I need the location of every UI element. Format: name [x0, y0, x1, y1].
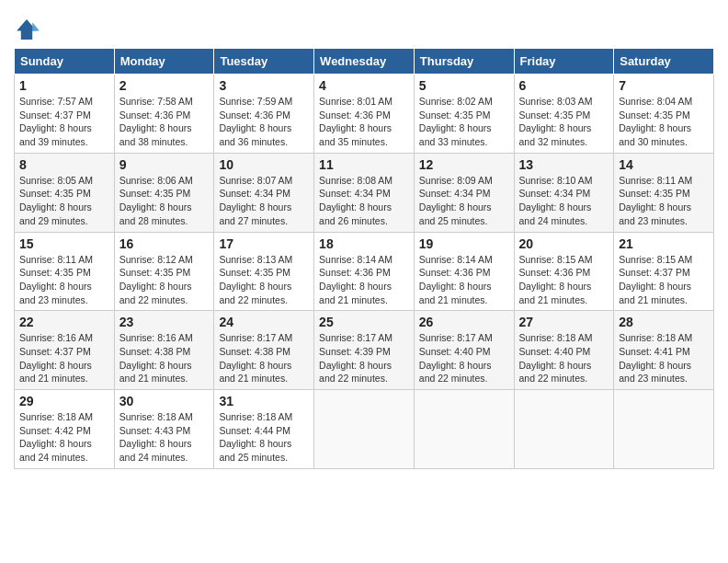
sunset-label: Sunset: 4:35 PM	[419, 109, 491, 121]
day-info: Sunrise: 8:04 AM Sunset: 4:35 PM Dayligh…	[619, 95, 709, 149]
calendar-cell: 11 Sunrise: 8:08 AM Sunset: 4:34 PM Dayl…	[314, 153, 415, 232]
day-info: Sunrise: 8:06 AM Sunset: 4:35 PM Dayligh…	[119, 174, 210, 228]
day-number: 26	[419, 315, 509, 329]
sunrise-label: Sunrise: 7:57 AM	[19, 96, 93, 107]
calendar-cell	[514, 390, 614, 469]
day-info: Sunrise: 8:13 AM Sunset: 4:35 PM Dayligh…	[219, 253, 309, 307]
header-cell-sunday: Sunday	[15, 49, 115, 75]
sunrise-label: Sunrise: 8:18 AM	[19, 411, 93, 422]
day-number: 21	[619, 236, 709, 251]
day-info: Sunrise: 8:14 AM Sunset: 4:36 PM Dayligh…	[319, 253, 409, 307]
sunset-label: Sunset: 4:35 PM	[19, 267, 91, 278]
day-info: Sunrise: 8:15 AM Sunset: 4:37 PM Dayligh…	[619, 253, 709, 307]
sunset-label: Sunset: 4:36 PM	[419, 267, 491, 278]
daylight-label: Daylight: 8 hours and 22 minutes.	[319, 360, 392, 385]
day-number: 11	[319, 157, 409, 172]
sunset-label: Sunset: 4:40 PM	[419, 346, 491, 357]
day-number: 30	[119, 394, 210, 408]
day-info: Sunrise: 8:11 AM Sunset: 4:35 PM Dayligh…	[19, 253, 109, 307]
day-info: Sunrise: 8:03 AM Sunset: 4:35 PM Dayligh…	[519, 95, 609, 149]
svg-marker-1	[32, 22, 40, 30]
sunrise-label: Sunrise: 8:16 AM	[119, 332, 193, 343]
sunrise-label: Sunrise: 8:11 AM	[619, 175, 692, 186]
calendar-body: 1 Sunrise: 7:57 AM Sunset: 4:37 PM Dayli…	[15, 75, 714, 469]
sunrise-label: Sunrise: 8:14 AM	[419, 254, 493, 265]
daylight-label: Daylight: 8 hours and 24 minutes.	[19, 438, 92, 463]
day-number: 3	[219, 78, 309, 93]
daylight-label: Daylight: 8 hours and 21 minutes.	[219, 360, 291, 385]
sunset-label: Sunset: 4:42 PM	[19, 425, 91, 436]
sunrise-label: Sunrise: 8:02 AM	[419, 96, 493, 107]
calendar-cell: 7 Sunrise: 8:04 AM Sunset: 4:35 PM Dayli…	[614, 75, 714, 154]
daylight-label: Daylight: 8 hours and 28 minutes.	[119, 201, 192, 226]
calendar-cell: 2 Sunrise: 7:58 AM Sunset: 4:36 PM Dayli…	[114, 75, 214, 154]
daylight-label: Daylight: 8 hours and 21 minutes.	[319, 281, 392, 305]
sunrise-label: Sunrise: 8:13 AM	[219, 254, 292, 265]
header-cell-friday: Friday	[514, 49, 614, 75]
calendar-cell: 14 Sunrise: 8:11 AM Sunset: 4:35 PM Dayl…	[614, 153, 714, 232]
daylight-label: Daylight: 8 hours and 29 minutes.	[19, 201, 92, 226]
calendar-cell: 13 Sunrise: 8:10 AM Sunset: 4:34 PM Dayl…	[514, 153, 614, 232]
logo	[14, 17, 41, 42]
sunrise-label: Sunrise: 8:10 AM	[519, 175, 593, 186]
sunset-label: Sunset: 4:36 PM	[119, 109, 191, 121]
sunset-label: Sunset: 4:35 PM	[119, 267, 191, 278]
logo-icon	[14, 17, 40, 42]
calendar-cell: 20 Sunrise: 8:15 AM Sunset: 4:36 PM Dayl…	[514, 232, 614, 311]
calendar-cell: 18 Sunrise: 8:14 AM Sunset: 4:36 PM Dayl…	[314, 232, 415, 311]
sunset-label: Sunset: 4:41 PM	[619, 346, 690, 357]
calendar-cell: 6 Sunrise: 8:03 AM Sunset: 4:35 PM Dayli…	[514, 75, 614, 154]
day-info: Sunrise: 7:58 AM Sunset: 4:36 PM Dayligh…	[119, 95, 210, 149]
sunrise-label: Sunrise: 8:18 AM	[219, 411, 292, 422]
sunrise-label: Sunrise: 7:59 AM	[219, 96, 292, 107]
sunset-label: Sunset: 4:34 PM	[419, 188, 491, 199]
sunrise-label: Sunrise: 8:03 AM	[519, 96, 593, 107]
day-info: Sunrise: 8:18 AM Sunset: 4:43 PM Dayligh…	[119, 410, 210, 465]
calendar-cell: 5 Sunrise: 8:02 AM Sunset: 4:35 PM Dayli…	[414, 75, 514, 154]
day-info: Sunrise: 8:17 AM Sunset: 4:39 PM Dayligh…	[319, 331, 409, 385]
day-number: 31	[219, 394, 309, 408]
sunrise-label: Sunrise: 8:09 AM	[419, 175, 493, 186]
calendar-cell: 22 Sunrise: 8:16 AM Sunset: 4:37 PM Dayl…	[15, 311, 115, 390]
day-info: Sunrise: 8:15 AM Sunset: 4:36 PM Dayligh…	[519, 253, 609, 307]
sunset-label: Sunset: 4:37 PM	[619, 267, 690, 278]
day-number: 2	[119, 78, 210, 93]
sunrise-label: Sunrise: 8:18 AM	[119, 411, 193, 422]
day-number: 13	[519, 157, 609, 172]
week-row-3: 15 Sunrise: 8:11 AM Sunset: 4:35 PM Dayl…	[15, 232, 714, 311]
sunset-label: Sunset: 4:36 PM	[319, 109, 391, 121]
day-info: Sunrise: 8:18 AM Sunset: 4:40 PM Dayligh…	[519, 331, 609, 385]
header-cell-thursday: Thursday	[414, 49, 514, 75]
day-info: Sunrise: 8:17 AM Sunset: 4:40 PM Dayligh…	[419, 331, 509, 385]
sunrise-label: Sunrise: 8:06 AM	[119, 175, 193, 186]
day-number: 1	[19, 78, 109, 93]
header-row: SundayMondayTuesdayWednesdayThursdayFrid…	[15, 49, 714, 75]
sunset-label: Sunset: 4:35 PM	[19, 188, 91, 199]
calendar-cell: 28 Sunrise: 8:18 AM Sunset: 4:41 PM Dayl…	[614, 311, 714, 390]
calendar-cell: 29 Sunrise: 8:18 AM Sunset: 4:42 PM Dayl…	[15, 390, 115, 469]
sunrise-label: Sunrise: 8:01 AM	[319, 96, 392, 107]
header-cell-saturday: Saturday	[614, 49, 714, 75]
calendar-cell: 25 Sunrise: 8:17 AM Sunset: 4:39 PM Dayl…	[314, 311, 415, 390]
week-row-4: 22 Sunrise: 8:16 AM Sunset: 4:37 PM Dayl…	[15, 311, 714, 390]
day-info: Sunrise: 7:57 AM Sunset: 4:37 PM Dayligh…	[19, 95, 109, 149]
sunset-label: Sunset: 4:35 PM	[619, 188, 690, 199]
calendar-cell: 12 Sunrise: 8:09 AM Sunset: 4:34 PM Dayl…	[414, 153, 514, 232]
calendar-cell: 31 Sunrise: 8:18 AM Sunset: 4:44 PM Dayl…	[214, 390, 314, 469]
day-number: 12	[419, 157, 509, 172]
calendar-cell: 15 Sunrise: 8:11 AM Sunset: 4:35 PM Dayl…	[15, 232, 115, 311]
calendar-cell: 3 Sunrise: 7:59 AM Sunset: 4:36 PM Dayli…	[214, 75, 314, 154]
sunrise-label: Sunrise: 8:17 AM	[319, 332, 392, 343]
sunset-label: Sunset: 4:38 PM	[219, 346, 290, 357]
sunrise-label: Sunrise: 8:15 AM	[519, 254, 593, 265]
sunset-label: Sunset: 4:37 PM	[19, 346, 91, 357]
day-info: Sunrise: 7:59 AM Sunset: 4:36 PM Dayligh…	[219, 95, 309, 149]
sunset-label: Sunset: 4:39 PM	[319, 346, 391, 357]
daylight-label: Daylight: 8 hours and 38 minutes.	[119, 122, 192, 147]
day-info: Sunrise: 8:18 AM Sunset: 4:44 PM Dayligh…	[219, 410, 309, 465]
sunrise-label: Sunrise: 7:58 AM	[119, 96, 193, 107]
daylight-label: Daylight: 8 hours and 21 minutes.	[519, 281, 592, 305]
day-info: Sunrise: 8:01 AM Sunset: 4:36 PM Dayligh…	[319, 95, 409, 149]
daylight-label: Daylight: 8 hours and 21 minutes.	[119, 360, 192, 385]
day-number: 10	[219, 157, 309, 172]
